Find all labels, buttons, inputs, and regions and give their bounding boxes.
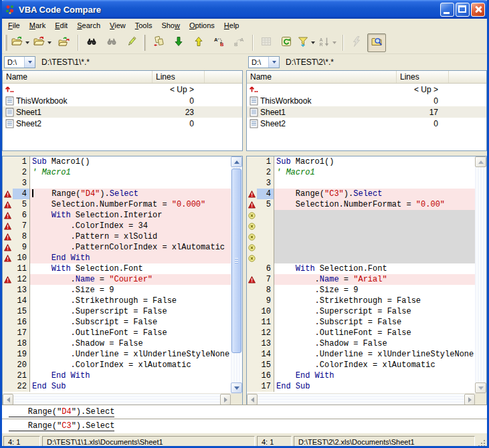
right-code-editor[interactable]: 1Sub Macro1()2' Macro134 Range("C3").Sel… — [247, 156, 475, 393]
column-header-lines[interactable]: Lines — [397, 71, 449, 83]
scroll-track[interactable] — [475, 167, 486, 382]
code-line[interactable]: 16 .Subscript = False — [3, 317, 231, 328]
right-drive-selector[interactable]: D:\ — [248, 56, 280, 68]
scroll-right-button[interactable] — [464, 394, 475, 405]
scroll-right-button[interactable] — [220, 394, 231, 405]
left-code-panel[interactable]: 1Sub Macro1()2' Macro134 Range("D4").Sel… — [2, 156, 243, 406]
code-line[interactable]: 16 End With — [247, 370, 475, 381]
menu-edit[interactable]: Edit — [50, 19, 72, 31]
scroll-thumb[interactable] — [231, 169, 241, 353]
menu-help[interactable]: Help — [219, 19, 244, 31]
scroll-track[interactable] — [13, 394, 220, 405]
file-row[interactable]: < Up > — [3, 84, 242, 95]
column-header-lines[interactable]: Lines — [153, 71, 205, 83]
scroll-track[interactable] — [258, 394, 464, 405]
view-results-button[interactable] — [367, 33, 386, 52]
code-line[interactable]: 3 — [247, 178, 475, 189]
code-line[interactable] — [247, 242, 475, 253]
menu-show[interactable]: Show — [157, 19, 185, 31]
code-line[interactable]: 14 .Strikethrough = False — [3, 296, 231, 306]
scroll-left-button[interactable] — [3, 394, 13, 405]
code-line[interactable]: 7 .Name = "Arial" — [247, 274, 475, 285]
open-right-button[interactable] — [33, 33, 54, 52]
scroll-down-button[interactable] — [475, 382, 486, 393]
titlebar[interactable]: VBA Code Compare — [0, 0, 489, 19]
menu-options[interactable]: Options — [185, 19, 219, 31]
right-vertical-scrollbar[interactable] — [475, 156, 486, 393]
code-line[interactable]: 10 End With — [3, 253, 231, 263]
open-left-button[interactable] — [11, 33, 31, 52]
code-line[interactable] — [247, 221, 475, 231]
dropdown-arrow-icon[interactable] — [311, 41, 315, 44]
code-line[interactable]: 22End Sub — [3, 381, 231, 392]
compare-button[interactable] — [149, 33, 168, 52]
left-drive-selector[interactable]: D:\ — [4, 56, 35, 68]
code-line[interactable]: 3 — [3, 178, 231, 189]
code-line[interactable]: 9 .PatternColorIndex = xlAutomatic — [3, 242, 231, 253]
right-drive-dropdown-button[interactable] — [268, 57, 279, 68]
refresh-button[interactable] — [277, 33, 296, 52]
right-code-panel[interactable]: 1Sub Macro1()2' Macro134 Range("C3").Sel… — [246, 156, 487, 406]
code-line[interactable]: 20 .ColorIndex = xlAutomatic — [3, 360, 231, 370]
close-button[interactable] — [471, 3, 485, 17]
copy-a-to-b-button[interactable]: AB — [209, 33, 228, 52]
scroll-up-button[interactable] — [231, 156, 242, 167]
file-row[interactable]: Sheet20 — [3, 118, 242, 129]
scroll-down-button[interactable] — [231, 382, 242, 393]
dropdown-arrow-icon[interactable] — [47, 41, 52, 44]
next-difference-button[interactable] — [169, 33, 188, 52]
code-line[interactable]: 19 .Underline = xlUnderlineStyleNone — [3, 349, 231, 360]
code-line[interactable]: 18 .Shadow = False — [3, 338, 231, 349]
column-header-name[interactable]: Name — [3, 71, 153, 83]
code-line[interactable]: 12 .Name = "Courier" — [3, 274, 231, 285]
code-line[interactable]: 21 End With — [3, 370, 231, 381]
left-drive-dropdown-button[interactable] — [24, 57, 35, 68]
code-line[interactable]: 4 Range("D4").Select — [3, 189, 231, 199]
open-both-button[interactable] — [55, 33, 74, 52]
left-horizontal-scrollbar[interactable] — [3, 393, 242, 405]
menu-tools[interactable]: Tools — [130, 19, 157, 31]
file-row[interactable]: Sheet123 — [3, 106, 242, 118]
minimize-button[interactable] — [440, 3, 454, 17]
find-button[interactable] — [82, 33, 101, 52]
code-line[interactable] — [247, 210, 475, 221]
code-line[interactable]: 4 Range("C3").Select — [247, 189, 475, 199]
menu-view[interactable]: View — [105, 19, 130, 31]
edit-button[interactable] — [122, 33, 141, 52]
maximize-button[interactable] — [456, 3, 470, 17]
filter-button[interactable] — [297, 33, 317, 52]
scroll-up-button[interactable] — [475, 156, 486, 167]
file-row[interactable]: ThisWorkbook0 — [3, 95, 242, 106]
code-line[interactable] — [247, 253, 475, 263]
code-line[interactable]: 10 .Superscript = False — [247, 306, 475, 317]
resize-grip[interactable] — [477, 439, 486, 448]
code-line[interactable]: 2' Macro1 — [247, 167, 475, 178]
scroll-track[interactable] — [231, 167, 242, 382]
code-line[interactable]: 9 .Strikethrough = False — [247, 296, 475, 306]
code-line[interactable]: 6 With Selection.Font — [247, 263, 475, 274]
code-line[interactable]: 14 .Underline = xlUnderlineStyleNone — [247, 349, 475, 360]
left-code-editor[interactable]: 1Sub Macro1()2' Macro134 Range("D4").Sel… — [3, 156, 231, 393]
code-line[interactable]: 5 Selection.NumberFormat = "0.00" — [247, 199, 475, 210]
code-line[interactable] — [247, 231, 475, 242]
code-line[interactable]: 13 .Size = 9 — [3, 285, 231, 296]
code-line[interactable]: 13 .Shadow = False — [247, 338, 475, 349]
column-header-name[interactable]: Name — [247, 71, 397, 83]
column-header-empty[interactable] — [449, 71, 486, 83]
file-row[interactable]: ThisWorkbook0 — [247, 95, 486, 106]
code-line[interactable]: 8 .Size = 9 — [247, 285, 475, 296]
previous-difference-button[interactable] — [189, 33, 208, 52]
code-line[interactable]: 8 .Pattern = xlSolid — [3, 231, 231, 242]
code-line[interactable]: 1Sub Macro1() — [247, 156, 475, 167]
file-row[interactable]: < Up > — [247, 84, 486, 95]
menu-file[interactable]: File — [3, 19, 25, 31]
file-row[interactable]: Sheet117 — [247, 106, 486, 118]
left-vertical-scrollbar[interactable] — [231, 156, 242, 393]
scroll-left-button[interactable] — [247, 394, 258, 405]
menu-mark[interactable]: Mark — [25, 19, 50, 31]
code-line[interactable]: 6 With Selection.Interior — [3, 210, 231, 221]
code-line[interactable]: 1Sub Macro1() — [3, 156, 231, 167]
column-header-empty[interactable] — [205, 71, 242, 83]
code-line[interactable]: 15 .ColorIndex = xlAutomatic — [247, 360, 475, 370]
code-line[interactable]: 7 .ColorIndex = 34 — [3, 221, 231, 231]
